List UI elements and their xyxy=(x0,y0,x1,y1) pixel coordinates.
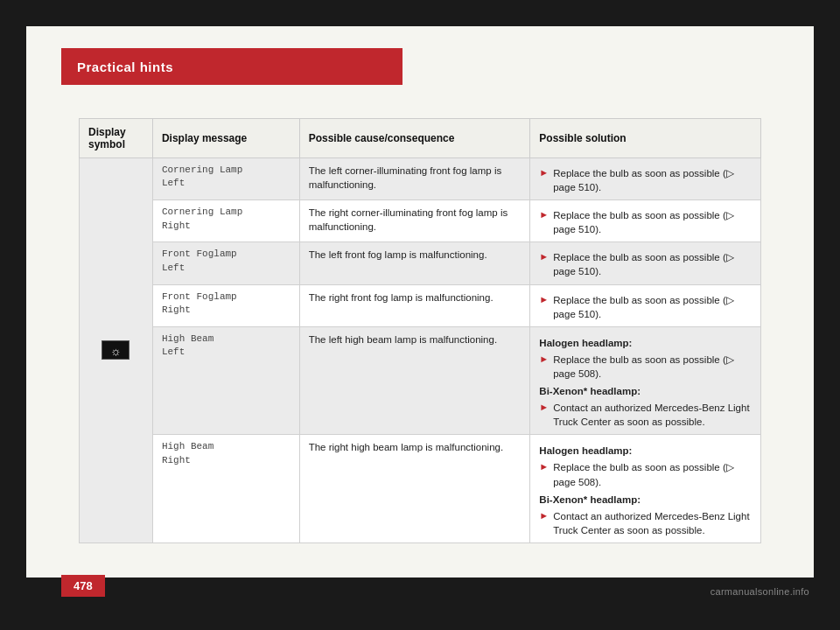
solution-bullet: ►Replace the bulb as soon as possible (▷… xyxy=(539,460,752,488)
bullet-arrow-icon: ► xyxy=(539,353,549,366)
page-number: 478 xyxy=(61,575,105,597)
solution-label: Halogen headlamp: xyxy=(539,336,752,350)
solution-bullet: ►Replace the bulb as soon as possible (▷… xyxy=(539,293,752,321)
solution-bullet: ►Contact an authorized Mercedes-Benz Lig… xyxy=(539,509,752,537)
table-header-row: Display symbol Display message Possible … xyxy=(80,119,761,158)
lamp-warning-icon: ☼ xyxy=(102,340,130,360)
message-cell: High BeamLeft xyxy=(152,326,299,435)
table-row: Cornering LampRightThe right corner-illu… xyxy=(80,200,761,242)
solution-text: Replace the bulb as soon as possible (▷ … xyxy=(553,166,752,194)
bullet-arrow-icon: ► xyxy=(539,166,549,179)
bullet-arrow-icon: ► xyxy=(539,208,549,221)
bullet-arrow-icon: ► xyxy=(539,401,549,414)
solution-cell: Halogen headlamp:►Replace the bulb as so… xyxy=(530,326,761,435)
table-row: Front FoglampLeftThe left front fog lamp… xyxy=(80,242,761,284)
table-row: ☼Cornering LampLeftThe left corner-illum… xyxy=(80,158,761,200)
solution-bullet: ►Replace the bulb as soon as possible (▷… xyxy=(539,250,752,278)
header-bar: Practical hints xyxy=(61,48,402,85)
message-cell: Front FoglampLeft xyxy=(152,242,299,284)
message-cell: Cornering LampLeft xyxy=(152,158,299,200)
solution-text: Replace the bulb as soon as possible (▷ … xyxy=(553,250,752,278)
solution-text: Replace the bulb as soon as possible (▷ … xyxy=(553,293,752,321)
cause-cell: The left high beam lamp is malfunctionin… xyxy=(299,326,530,435)
solution-label: Bi-Xenon* headlamp: xyxy=(539,493,752,507)
solution-bullet: ►Contact an authorized Mercedes-Benz Lig… xyxy=(539,401,752,429)
cause-cell: The right high beam lamp is malfunctioni… xyxy=(299,435,530,543)
solution-label: Halogen headlamp: xyxy=(539,444,752,458)
solution-text: Contact an authorized Mercedes-Benz Ligh… xyxy=(553,509,752,537)
bullet-arrow-icon: ► xyxy=(539,509,549,522)
solution-bullet: ►Replace the bulb as soon as possible (▷… xyxy=(539,166,752,194)
solution-text: Replace the bulb as soon as possible (▷ … xyxy=(553,208,752,236)
solution-label: Bi-Xenon* headlamp: xyxy=(539,384,752,398)
message-cell: Front FoglampRight xyxy=(152,284,299,326)
table-row: High BeamRightThe right high beam lamp i… xyxy=(80,435,761,543)
table-row: High BeamLeftThe left high beam lamp is … xyxy=(80,326,761,435)
display-table: Display symbol Display message Possible … xyxy=(79,118,761,543)
page-title: Practical hints xyxy=(77,60,173,74)
solution-text: Replace the bulb as soon as possible (▷ … xyxy=(553,353,752,381)
cause-cell: The left front fog lamp is malfunctionin… xyxy=(299,242,530,284)
watermark: carmanualsonline.info xyxy=(710,586,809,597)
solution-bullet: ►Replace the bulb as soon as possible (▷… xyxy=(539,353,752,381)
message-cell: Cornering LampRight xyxy=(152,200,299,242)
col-header-cause: Possible cause/consequence xyxy=(299,119,530,158)
solution-cell: ►Replace the bulb as soon as possible (▷… xyxy=(530,158,761,200)
col-header-solution: Possible solution xyxy=(530,119,761,158)
main-table-container: Display symbol Display message Possible … xyxy=(79,118,761,551)
solution-cell: Halogen headlamp:►Replace the bulb as so… xyxy=(530,435,761,543)
solution-cell: ►Replace the bulb as soon as possible (▷… xyxy=(530,200,761,242)
solution-bullet: ►Replace the bulb as soon as possible (▷… xyxy=(539,208,752,236)
bullet-arrow-icon: ► xyxy=(539,460,549,473)
cause-cell: The right corner-illuminating front fog … xyxy=(299,200,530,242)
solution-cell: ►Replace the bulb as soon as possible (▷… xyxy=(530,284,761,326)
solution-cell: ►Replace the bulb as soon as possible (▷… xyxy=(530,242,761,284)
col-header-symbol: Display symbol xyxy=(80,119,153,158)
bullet-arrow-icon: ► xyxy=(539,250,549,263)
symbol-cell: ☼ xyxy=(80,158,153,543)
cause-cell: The right front fog lamp is malfunctioni… xyxy=(299,284,530,326)
message-cell: High BeamRight xyxy=(152,435,299,543)
bullet-arrow-icon: ► xyxy=(539,293,549,306)
solution-text: Contact an authorized Mercedes-Benz Ligh… xyxy=(553,401,752,429)
col-header-message: Display message xyxy=(152,119,299,158)
cause-cell: The left corner-illuminating front fog l… xyxy=(299,158,530,200)
table-row: Front FoglampRightThe right front fog la… xyxy=(80,284,761,326)
solution-text: Replace the bulb as soon as possible (▷ … xyxy=(553,460,752,488)
